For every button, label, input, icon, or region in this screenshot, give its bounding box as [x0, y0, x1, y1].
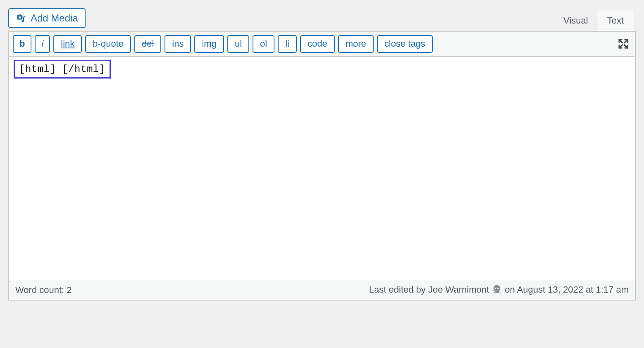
add-media-button[interactable]: Add Media — [8, 8, 86, 28]
qt-italic-button[interactable]: i — [35, 35, 50, 53]
skull-icon — [492, 284, 501, 296]
qt-code-button[interactable]: code — [300, 35, 335, 53]
editor-tabs: Visual Text — [554, 10, 633, 32]
editor-top-row: Add Media Visual Text — [8, 8, 636, 31]
qt-close-tags-button[interactable]: close tags — [377, 35, 433, 53]
add-media-label: Add Media — [31, 12, 78, 24]
editor-status-bar: Word count: 2 Last edited by Joe Warnimo… — [9, 280, 635, 300]
qt-del-button[interactable]: del — [134, 35, 161, 53]
last-edited-label: Last edited by Joe Warnimont on August 1… — [369, 284, 629, 296]
quicktags-toolbar: b i link b-quote del ins img ul ol li co… — [9, 32, 635, 57]
qt-ul-button[interactable]: ul — [227, 35, 249, 53]
qt-ol-button[interactable]: ol — [253, 35, 274, 53]
qt-ins-button[interactable]: ins — [165, 35, 191, 53]
svg-point-3 — [21, 20, 24, 22]
qt-bold-button[interactable]: b — [13, 35, 31, 53]
svg-rect-2 — [19, 14, 21, 15]
tab-visual[interactable]: Visual — [554, 10, 598, 31]
tab-text[interactable]: Text — [598, 10, 633, 31]
editor-container: Add Media Visual Text b i link b-quote d… — [8, 8, 636, 300]
editor-content-area[interactable]: [html] [/html] — [9, 57, 635, 280]
fullscreen-icon — [617, 38, 630, 50]
editor-box: b i link b-quote del ins img ul ol li co… — [8, 31, 636, 300]
word-count-label: Word count: 2 — [15, 285, 72, 296]
last-edited-suffix: on August 13, 2022 at 1:17 am — [502, 284, 629, 295]
qt-more-button[interactable]: more — [338, 35, 374, 53]
qt-img-button[interactable]: img — [194, 35, 224, 53]
qt-blockquote-button[interactable]: b-quote — [85, 35, 131, 53]
svg-point-1 — [19, 17, 21, 19]
fullscreen-toggle-button[interactable] — [615, 36, 631, 52]
camera-music-icon — [16, 13, 27, 23]
last-edited-prefix: Last edited by Joe Warnimont — [369, 284, 491, 295]
qt-li-button[interactable]: li — [278, 35, 297, 53]
qt-link-button[interactable]: link — [53, 35, 82, 53]
html-shortcode-snippet: [html] [/html] — [14, 60, 111, 79]
